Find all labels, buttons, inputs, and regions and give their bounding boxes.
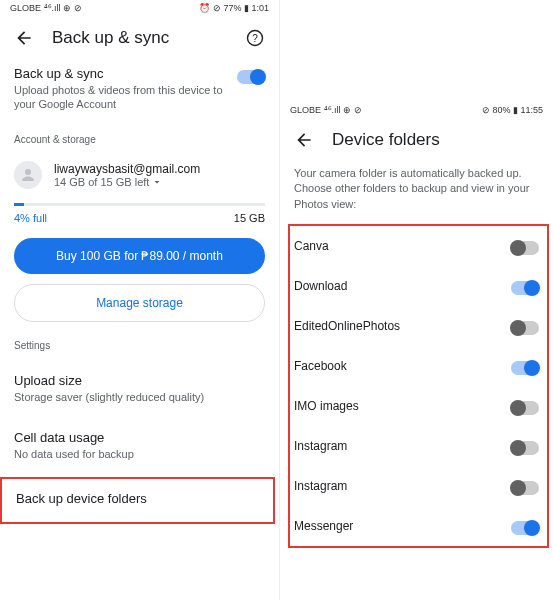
progress-fill: [14, 203, 24, 206]
backup-sync-toggle-row[interactable]: Back up & sync Upload photos & videos fr…: [0, 66, 279, 126]
folder-toggle[interactable]: [511, 481, 539, 495]
folder-name: EditedOnlinePhotos: [294, 319, 400, 333]
account-storage: 14 GB of 15 GB left: [54, 176, 149, 188]
folder-name: Instagram: [294, 479, 347, 493]
back-icon[interactable]: [14, 28, 34, 48]
folder-row[interactable]: Messenger: [290, 506, 547, 546]
status-right: ⏰ ⊘ 77% ▮ 1:01: [199, 3, 269, 13]
folder-row[interactable]: EditedOnlinePhotos: [290, 306, 547, 346]
svg-text:?: ?: [252, 33, 258, 44]
folder-toggle[interactable]: [511, 441, 539, 455]
help-icon[interactable]: ?: [245, 28, 265, 48]
folder-toggle[interactable]: [511, 361, 539, 375]
account-section-label: Account & storage: [0, 126, 279, 155]
folder-description: Your camera folder is automatically back…: [280, 166, 553, 224]
avatar: [14, 161, 42, 189]
upload-size-sub: Storage saver (slightly reduced quality): [14, 390, 265, 404]
cell-data-title: Cell data usage: [14, 430, 265, 445]
folder-toggle[interactable]: [511, 521, 539, 535]
folder-name: Canva: [294, 239, 329, 253]
folder-row[interactable]: IMO images: [290, 386, 547, 426]
manage-storage-button[interactable]: Manage storage: [14, 284, 265, 322]
folder-row[interactable]: Instagram: [290, 466, 547, 506]
folder-toggle[interactable]: [511, 401, 539, 415]
folder-name: IMO images: [294, 399, 359, 413]
storage-progress: 4% full 15 GB: [0, 203, 279, 238]
svg-point-2: [25, 169, 31, 175]
settings-section-label: Settings: [0, 332, 279, 361]
backup-sync-screen: GLOBE ⁴⁶.ıll ⊕ ⊘ ⏰ ⊘ 77% ▮ 1:01 Back up …: [0, 0, 280, 600]
upload-size-item[interactable]: Upload size Storage saver (slightly redu…: [0, 361, 279, 418]
status-right: ⊘ 80% ▮ 11:55: [482, 105, 543, 115]
account-email: liwaywaysbasit@gmail.com: [54, 162, 200, 176]
folder-list: CanvaDownloadEditedOnlinePhotosFacebookI…: [288, 224, 549, 548]
cell-data-item[interactable]: Cell data usage No data used for backup: [0, 418, 279, 475]
folder-name: Facebook: [294, 359, 347, 373]
backup-toggle[interactable]: [237, 70, 265, 84]
cell-data-sub: No data used for backup: [14, 447, 265, 461]
device-folders-screen: GLOBE ⁴⁶.ıll ⊕ ⊘ ⊘ 80% ▮ 11:55 Device fo…: [280, 0, 553, 600]
progress-pct: 4% full: [14, 212, 47, 224]
backup-title: Back up & sync: [14, 66, 229, 81]
folder-row[interactable]: Canva: [290, 226, 547, 266]
folder-toggle[interactable]: [511, 321, 539, 335]
page-title: Back up & sync: [52, 28, 169, 48]
carrier-status: GLOBE ⁴⁶.ıll ⊕ ⊘: [10, 3, 82, 13]
folder-name: Messenger: [294, 519, 353, 533]
folder-name: Download: [294, 279, 347, 293]
folder-name: Instagram: [294, 439, 347, 453]
backup-device-folders-title: Back up device folders: [16, 491, 259, 506]
backup-subtitle: Upload photos & videos from this device …: [14, 83, 229, 112]
chevron-down-icon: [151, 176, 163, 188]
header: Device folders: [280, 116, 553, 166]
folder-row[interactable]: Facebook: [290, 346, 547, 386]
backup-device-folders-item[interactable]: Back up device folders: [0, 477, 275, 524]
folder-toggle[interactable]: [511, 281, 539, 295]
header: Back up & sync ?: [0, 16, 279, 66]
back-icon[interactable]: [294, 130, 314, 150]
page-title: Device folders: [332, 130, 440, 150]
status-bar: GLOBE ⁴⁶.ıll ⊕ ⊘ ⊘ 80% ▮ 11:55: [280, 0, 553, 116]
folder-row[interactable]: Instagram: [290, 426, 547, 466]
status-bar: GLOBE ⁴⁶.ıll ⊕ ⊘ ⏰ ⊘ 77% ▮ 1:01: [0, 0, 279, 16]
account-row[interactable]: liwaywaysbasit@gmail.com 14 GB of 15 GB …: [0, 155, 279, 203]
buy-storage-button[interactable]: Buy 100 GB for ₱89.00 / month: [14, 238, 265, 274]
progress-total: 15 GB: [234, 212, 265, 224]
folder-row[interactable]: Download: [290, 266, 547, 306]
folder-toggle[interactable]: [511, 241, 539, 255]
carrier-status: GLOBE ⁴⁶.ıll ⊕ ⊘: [290, 105, 362, 115]
upload-size-title: Upload size: [14, 373, 265, 388]
